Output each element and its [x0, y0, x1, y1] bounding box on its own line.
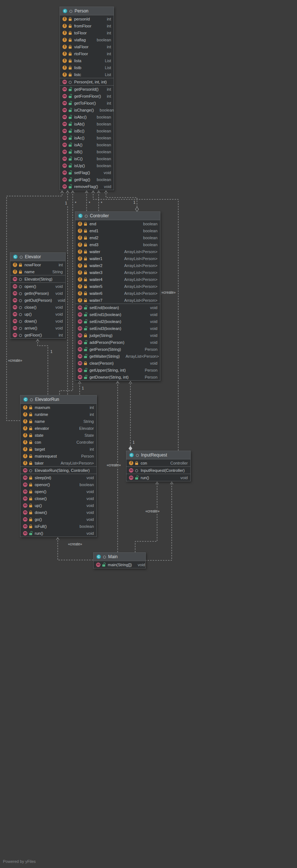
relationship-edge[interactable]: [145, 482, 172, 560]
member-row[interactable]: getIn(Person)void: [10, 290, 65, 297]
member-row[interactable]: getFloor()int: [10, 331, 65, 338]
class-header[interactable]: Controller: [75, 212, 160, 220]
member-row[interactable]: isAc()boolean: [60, 134, 114, 141]
member-row[interactable]: close()void: [10, 304, 65, 311]
class-header[interactable]: Person: [60, 7, 114, 15]
relationship-edge[interactable]: [38, 339, 48, 395]
member-row[interactable]: end1boolean: [75, 227, 160, 234]
member-row[interactable]: close()void: [20, 495, 96, 502]
member-row[interactable]: listaList: [60, 57, 114, 64]
member-row[interactable]: takerArrayList<Person>: [20, 459, 96, 466]
member-row[interactable]: viaFloorint: [60, 43, 114, 50]
member-row[interactable]: setEnd3(boolean)void: [75, 325, 160, 332]
member-row[interactable]: isChange()boolean: [60, 106, 114, 113]
relationship-edge[interactable]: [58, 537, 93, 560]
member-row[interactable]: getOut(Person)void: [10, 297, 65, 304]
member-row[interactable]: end2boolean: [75, 234, 160, 241]
member-row[interactable]: isC()boolean: [60, 155, 114, 162]
member-row[interactable]: InputRequest(Controller): [126, 467, 190, 474]
member-row[interactable]: setFlag()void: [60, 169, 114, 176]
member-row[interactable]: setEnd2(boolean)void: [75, 318, 160, 325]
member-row[interactable]: sleep(int)void: [20, 474, 96, 481]
member-type: Person: [140, 375, 157, 379]
member-row[interactable]: waiter1ArrayList<Person>: [75, 255, 160, 262]
member-row[interactable]: down()void: [10, 317, 65, 324]
member-row[interactable]: nameString: [20, 418, 96, 425]
member-row[interactable]: conController: [20, 439, 96, 446]
class-node-main[interactable]: Mainmain(String[])void: [93, 552, 146, 568]
member-row[interactable]: Person(int, int, int): [60, 78, 114, 85]
member-row[interactable]: listcList: [60, 71, 114, 78]
member-row[interactable]: run()void: [126, 474, 190, 481]
member-row[interactable]: arrive()void: [10, 324, 65, 331]
member-row[interactable]: run()void: [20, 530, 96, 537]
member-row[interactable]: nameString: [10, 268, 65, 275]
member-row[interactable]: waiterArrayList<Person>: [75, 248, 160, 255]
class-header[interactable]: Elevator: [10, 253, 65, 261]
member-row[interactable]: end3boolean: [75, 241, 160, 248]
member-row[interactable]: nowFloorint: [10, 261, 65, 268]
diagram-canvas[interactable]: Powered by yFiles PersonpersonIdintfromF…: [0, 0, 297, 868]
member-row[interactable]: listbList: [60, 64, 114, 71]
member-row[interactable]: isBc()boolean: [60, 127, 114, 134]
member-row[interactable]: main(String[])void: [94, 561, 145, 568]
member-row[interactable]: getWaiter(String)ArrayList<Person>: [75, 353, 160, 360]
member-row[interactable]: up()void: [20, 502, 96, 509]
member-row[interactable]: waiter5ArrayList<Person>: [75, 283, 160, 290]
member-row[interactable]: getToFloor()int: [60, 99, 114, 106]
member-row[interactable]: waiter2ArrayList<Person>: [75, 262, 160, 269]
member-row[interactable]: viaflagboolean: [60, 36, 114, 43]
member-row[interactable]: addPerson(Person)void: [75, 339, 160, 346]
member-row[interactable]: isB()boolean: [60, 148, 114, 155]
member-row[interactable]: targetint: [20, 446, 96, 452]
member-row[interactable]: endboolean: [75, 220, 160, 227]
member-row[interactable]: mainrequestPerson: [20, 452, 96, 459]
member-row[interactable]: rtoFloorint: [60, 50, 114, 57]
class-header[interactable]: InputRequest: [126, 451, 190, 459]
member-row[interactable]: getDowner(String, int)Person: [75, 373, 160, 380]
member-row[interactable]: isAbc()boolean: [60, 113, 114, 120]
class-node-inputrequest[interactable]: InputRequestconControllerInputRequest(Co…: [126, 451, 191, 481]
member-row[interactable]: isFull()boolean: [20, 523, 96, 530]
class-node-controller[interactable]: Controllerendbooleanend1booleanend2boole…: [75, 211, 160, 381]
member-row[interactable]: waiter6ArrayList<Person>: [75, 290, 160, 297]
member-row[interactable]: getFlag()boolean: [60, 176, 114, 183]
member-row[interactable]: up()void: [10, 311, 65, 317]
member-row[interactable]: conController: [126, 459, 190, 466]
member-row[interactable]: openor()boolean: [20, 481, 96, 488]
member-row[interactable]: waiter7ArrayList<Person>: [75, 297, 160, 304]
member-row[interactable]: personIdint: [60, 15, 114, 22]
member-row[interactable]: getFromFloor()int: [60, 93, 114, 99]
member-row[interactable]: getPersonId()int: [60, 86, 114, 93]
member-row[interactable]: removeFlag()void: [60, 183, 114, 190]
member-row[interactable]: judge(String)void: [75, 332, 160, 339]
member-row[interactable]: getUpper(String, int)Person: [75, 367, 160, 373]
member-row[interactable]: setEnd1(boolean)void: [75, 311, 160, 318]
member-row[interactable]: isA()boolean: [60, 141, 114, 148]
member-row[interactable]: Elevator(String): [10, 275, 65, 282]
member-row[interactable]: waiter4ArrayList<Person>: [75, 276, 160, 283]
member-row[interactable]: waiter3ArrayList<Person>: [75, 269, 160, 276]
member-row[interactable]: isAb()boolean: [60, 120, 114, 127]
member-row[interactable]: maxnumint: [20, 404, 96, 411]
member-row[interactable]: setEnd(boolean)void: [75, 304, 160, 311]
relationship-edge[interactable]: [135, 482, 157, 552]
member-row[interactable]: go()void: [20, 516, 96, 523]
class-header[interactable]: ElevatorRun: [20, 395, 96, 404]
member-row[interactable]: toFloorint: [60, 29, 114, 36]
member-row[interactable]: clear(Person)void: [75, 360, 160, 367]
class-node-elevatorrun[interactable]: ElevatorRunmaxnumintruntimeintnameString…: [20, 395, 97, 537]
class-node-person[interactable]: PersonpersonIdintfromFloorinttoFloorintv…: [60, 7, 114, 190]
member-row[interactable]: fromFloorint: [60, 22, 114, 29]
class-header[interactable]: Main: [94, 553, 145, 561]
member-row[interactable]: down()void: [20, 509, 96, 516]
member-row[interactable]: getPerson(String)Person: [75, 346, 160, 353]
member-row[interactable]: elevatorElevator: [20, 425, 96, 432]
member-row[interactable]: stateState: [20, 432, 96, 439]
member-row[interactable]: open()void: [20, 488, 96, 495]
member-row[interactable]: runtimeint: [20, 411, 96, 418]
member-row[interactable]: isUp()boolean: [60, 162, 114, 169]
member-row[interactable]: ElevatorRun(String, Controller): [20, 467, 96, 474]
member-row[interactable]: open()void: [10, 283, 65, 290]
class-node-elevator[interactable]: ElevatornowFloorintnameStringElevator(St…: [10, 252, 66, 339]
